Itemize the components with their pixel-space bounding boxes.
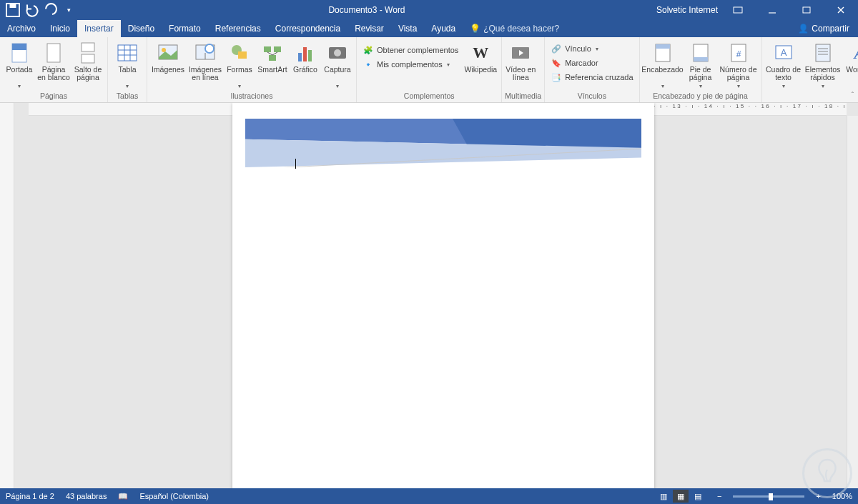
imagenes-linea-button[interactable]: Imágenes en línea bbox=[187, 40, 223, 81]
status-words[interactable]: 43 palabras bbox=[66, 492, 107, 500]
tab-inicio[interactable]: Inicio bbox=[43, 20, 77, 37]
cuadro-texto-button[interactable]: ACuadro de texto bbox=[765, 40, 802, 89]
svg-rect-26 bbox=[269, 55, 276, 61]
group-label-texto: Texto bbox=[765, 91, 858, 102]
zoom-level[interactable]: 100% bbox=[832, 492, 852, 500]
undo-icon[interactable] bbox=[23, 1, 40, 19]
group-texto: ACuadro de texto Elementos rápidos AWord… bbox=[762, 37, 858, 102]
tab-insertar[interactable]: Insertar bbox=[77, 20, 121, 37]
ribbon-display-icon[interactable] bbox=[724, 0, 752, 20]
group-tablas: Tabla Tablas bbox=[108, 37, 147, 102]
share-button[interactable]: 👤 Compartir bbox=[789, 20, 858, 37]
imagenes-button[interactable]: Imágenes bbox=[150, 40, 186, 81]
web-layout-icon[interactable]: ▤ bbox=[690, 490, 706, 503]
title-bar: ▾ Documento3 - Word Solvetic Internet bbox=[0, 0, 858, 20]
ribbon: Portada Página en blanco Salto de página… bbox=[0, 37, 858, 103]
pagina-blanco-button[interactable]: Página en blanco bbox=[37, 40, 70, 81]
minimize-icon[interactable] bbox=[758, 0, 786, 20]
obtener-complementos-button[interactable]: 🧩Obtener complementos bbox=[360, 43, 461, 57]
group-label-ilustraciones: Ilustraciones bbox=[150, 91, 353, 102]
vertical-scrollbar[interactable] bbox=[847, 116, 858, 488]
vertical-ruler[interactable] bbox=[0, 103, 14, 488]
group-complementos: 🧩Obtener complementos 🔹Mis complementos▾… bbox=[357, 37, 502, 102]
tab-vista[interactable]: Vista bbox=[391, 20, 424, 37]
group-paginas: Portada Página en blanco Salto de página… bbox=[0, 37, 108, 102]
svg-rect-1 bbox=[10, 4, 16, 8]
svg-point-21 bbox=[206, 45, 213, 52]
tab-correspondencia[interactable]: Correspondencia bbox=[268, 20, 347, 37]
group-vinculos: 🔗Vínculo▾ 🔖Marcador 📑Referencia cruzada … bbox=[545, 37, 639, 102]
status-page[interactable]: Página 1 de 2 bbox=[6, 492, 54, 500]
svg-rect-25 bbox=[274, 46, 281, 52]
print-layout-icon[interactable]: ▦ bbox=[673, 490, 689, 503]
tab-formato[interactable]: Formato bbox=[162, 20, 208, 37]
wikipedia-button[interactable]: WWikipedia bbox=[463, 40, 498, 81]
status-language[interactable]: Español (Colombia) bbox=[139, 492, 209, 500]
group-multimedia: Vídeo en línea Multimedia bbox=[502, 37, 545, 102]
svg-rect-10 bbox=[82, 43, 94, 51]
svg-rect-36 bbox=[694, 57, 708, 61]
share-icon: 👤 bbox=[798, 24, 809, 34]
tab-ayuda[interactable]: Ayuda bbox=[424, 20, 463, 37]
ribbon-tabs: Archivo Inicio Insertar Diseño Formato R… bbox=[0, 20, 858, 37]
close-icon[interactable] bbox=[827, 0, 855, 20]
group-label-paginas: Páginas bbox=[3, 91, 104, 102]
captura-button[interactable]: Captura bbox=[322, 40, 353, 89]
mis-complementos-button[interactable]: 🔹Mis complementos▾ bbox=[360, 57, 461, 71]
svg-rect-11 bbox=[82, 54, 94, 63]
svg-rect-4 bbox=[803, 7, 810, 13]
bookmark-icon: 🔖 bbox=[551, 57, 562, 69]
portada-button[interactable]: Portada bbox=[3, 40, 36, 89]
svg-rect-9 bbox=[47, 44, 60, 62]
marcador-button[interactable]: 🔖Marcador bbox=[548, 56, 636, 70]
page[interactable]: [Título del documento] [Subtítulo del do… bbox=[232, 103, 654, 488]
vinculo-button[interactable]: 🔗Vínculo▾ bbox=[548, 41, 636, 56]
tab-archivo[interactable]: Archivo bbox=[0, 20, 43, 37]
grafico-button[interactable]: Gráfico bbox=[290, 40, 320, 81]
formas-button[interactable]: Formas bbox=[225, 40, 255, 89]
tell-me-label: ¿Qué desea hacer? bbox=[483, 24, 559, 34]
tabla-button[interactable]: Tabla bbox=[111, 40, 144, 89]
numero-pagina-button[interactable]: #Número de página bbox=[719, 40, 759, 89]
maximize-icon[interactable] bbox=[792, 0, 821, 20]
save-icon[interactable] bbox=[4, 1, 21, 19]
svg-rect-2 bbox=[734, 7, 742, 13]
svg-rect-34 bbox=[656, 44, 670, 49]
video-linea-button[interactable]: Vídeo en línea bbox=[505, 40, 536, 81]
zoom-out-button[interactable]: − bbox=[717, 492, 721, 500]
group-encabezado: Encabezado Pie de página #Número de pági… bbox=[640, 37, 762, 102]
encabezado-button[interactable]: Encabezado bbox=[643, 40, 683, 89]
tab-diseno[interactable]: Diseño bbox=[121, 20, 162, 37]
tab-referencias[interactable]: Referencias bbox=[208, 20, 268, 37]
redo-icon[interactable] bbox=[41, 1, 59, 19]
wordart-button[interactable]: AWordArt bbox=[844, 40, 858, 89]
svg-rect-24 bbox=[264, 46, 271, 52]
read-mode-icon[interactable]: ▥ bbox=[656, 490, 671, 503]
zoom-slider[interactable] bbox=[733, 495, 804, 498]
svg-rect-12 bbox=[118, 45, 137, 61]
link-icon: 🔗 bbox=[551, 43, 562, 54]
tell-me-search[interactable]: 💡 ¿Qué desea hacer? bbox=[463, 20, 559, 37]
group-label-complementos: Complementos bbox=[360, 91, 498, 102]
pie-pagina-button[interactable]: Pie de página bbox=[684, 40, 717, 89]
text-cursor bbox=[295, 159, 296, 169]
elementos-rapidos-button[interactable]: Elementos rápidos bbox=[804, 40, 842, 89]
account-name[interactable]: Solvetic Internet bbox=[656, 5, 718, 15]
document-area[interactable]: 3 · ı · 2 · ı · 1 · ı · · ı · 1 · ı · 2 … bbox=[14, 103, 858, 488]
zoom-in-button[interactable]: + bbox=[816, 492, 820, 500]
group-label-encabezado: Encabezado y pie de página bbox=[643, 91, 759, 102]
group-ilustraciones: Imágenes Imágenes en línea Formas SmartA… bbox=[147, 37, 357, 102]
smartart-button[interactable]: SmartArt bbox=[256, 40, 289, 81]
collapse-ribbon-icon[interactable]: ˆ bbox=[852, 92, 854, 99]
svg-rect-8 bbox=[12, 44, 26, 50]
status-proof-icon[interactable]: 📖 bbox=[118, 492, 128, 501]
svg-rect-29 bbox=[308, 50, 312, 61]
group-label-vinculos: Vínculos bbox=[548, 91, 636, 102]
referencia-cruzada-button[interactable]: 📑Referencia cruzada bbox=[548, 70, 636, 84]
qat-customize-icon[interactable]: ▾ bbox=[60, 1, 77, 19]
status-bar: Página 1 de 2 43 palabras 📖 Español (Col… bbox=[0, 488, 858, 504]
salto-pagina-button[interactable]: Salto de página bbox=[72, 40, 104, 81]
crossref-icon: 📑 bbox=[551, 71, 562, 83]
tab-revisar[interactable]: Revisar bbox=[347, 20, 391, 37]
svg-rect-27 bbox=[298, 53, 302, 61]
